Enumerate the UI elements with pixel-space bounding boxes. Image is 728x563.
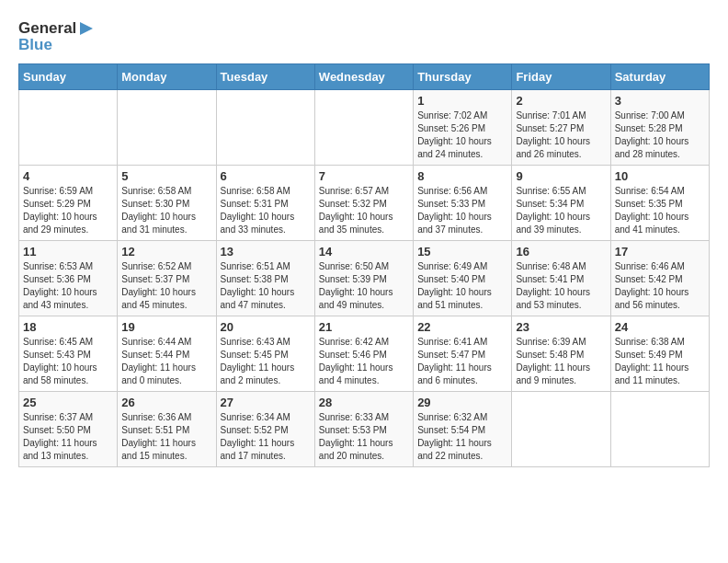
- calendar-cell: 22Sunrise: 6:41 AMSunset: 5:47 PMDayligh…: [414, 316, 512, 391]
- weekday-header-monday: Monday: [118, 63, 216, 89]
- day-number: 4: [23, 169, 113, 183]
- calendar-cell: [19, 89, 118, 165]
- calendar-cell: 13Sunrise: 6:51 AMSunset: 5:38 PMDayligh…: [216, 240, 314, 316]
- calendar-cell: 28Sunrise: 6:33 AMSunset: 5:53 PMDayligh…: [314, 391, 413, 466]
- calendar-cell: 15Sunrise: 6:49 AMSunset: 5:40 PMDayligh…: [414, 240, 512, 316]
- day-number: 7: [319, 169, 409, 183]
- day-number: 10: [615, 169, 705, 183]
- calendar-table: SundayMondayTuesdayWednesdayThursdayFrid…: [18, 63, 710, 467]
- day-detail: Sunrise: 7:01 AMSunset: 5:27 PMDaylight:…: [516, 109, 606, 161]
- weekday-header-tuesday: Tuesday: [216, 63, 314, 89]
- calendar-cell: [314, 89, 413, 165]
- logo-arrow-icon: [78, 18, 98, 39]
- day-detail: Sunrise: 6:51 AMSunset: 5:38 PMDaylight:…: [221, 260, 311, 312]
- calendar-week-row: 18Sunrise: 6:45 AMSunset: 5:43 PMDayligh…: [19, 316, 710, 391]
- day-detail: Sunrise: 6:59 AMSunset: 5:29 PMDaylight:…: [23, 185, 113, 236]
- calendar-cell: [610, 391, 709, 466]
- calendar-cell: 1Sunrise: 7:02 AMSunset: 5:26 PMDaylight…: [414, 89, 512, 165]
- weekday-header-friday: Friday: [512, 63, 610, 89]
- calendar-week-row: 25Sunrise: 6:37 AMSunset: 5:50 PMDayligh…: [19, 391, 710, 466]
- calendar-cell: 14Sunrise: 6:50 AMSunset: 5:39 PMDayligh…: [314, 240, 413, 316]
- weekday-header-wednesday: Wednesday: [314, 63, 413, 89]
- calendar-cell: [216, 89, 314, 165]
- calendar-cell: 3Sunrise: 7:00 AMSunset: 5:28 PMDaylight…: [610, 89, 709, 165]
- calendar-cell: 6Sunrise: 6:58 AMSunset: 5:31 PMDaylight…: [216, 165, 314, 240]
- svg-marker-0: [80, 22, 93, 35]
- day-detail: Sunrise: 6:48 AMSunset: 5:41 PMDaylight:…: [516, 260, 606, 312]
- weekday-header-row: SundayMondayTuesdayWednesdayThursdayFrid…: [19, 63, 710, 89]
- calendar-week-row: 4Sunrise: 6:59 AMSunset: 5:29 PMDaylight…: [19, 165, 710, 240]
- calendar-cell: 4Sunrise: 6:59 AMSunset: 5:29 PMDaylight…: [19, 165, 118, 240]
- day-number: 1: [417, 94, 507, 108]
- day-detail: Sunrise: 6:57 AMSunset: 5:32 PMDaylight:…: [319, 185, 409, 236]
- weekday-header-sunday: Sunday: [19, 63, 118, 89]
- day-detail: Sunrise: 6:41 AMSunset: 5:47 PMDaylight:…: [417, 336, 507, 387]
- logo-general-text: General: [18, 20, 76, 38]
- day-number: 6: [221, 169, 311, 183]
- day-number: 3: [615, 94, 705, 108]
- calendar-cell: 29Sunrise: 6:32 AMSunset: 5:54 PMDayligh…: [414, 391, 512, 466]
- day-number: 14: [319, 245, 409, 259]
- day-detail: Sunrise: 6:34 AMSunset: 5:52 PMDaylight:…: [221, 411, 311, 463]
- day-detail: Sunrise: 6:33 AMSunset: 5:53 PMDaylight:…: [319, 411, 409, 463]
- day-detail: Sunrise: 6:50 AMSunset: 5:39 PMDaylight:…: [319, 260, 409, 312]
- calendar-week-row: 1Sunrise: 7:02 AMSunset: 5:26 PMDaylight…: [19, 89, 710, 165]
- day-number: 12: [121, 245, 211, 259]
- calendar-cell: 18Sunrise: 6:45 AMSunset: 5:43 PMDayligh…: [19, 316, 118, 391]
- day-detail: Sunrise: 6:36 AMSunset: 5:51 PMDaylight:…: [121, 411, 211, 463]
- calendar-week-row: 11Sunrise: 6:53 AMSunset: 5:36 PMDayligh…: [19, 240, 710, 316]
- day-number: 21: [319, 320, 409, 334]
- day-number: 19: [121, 320, 211, 334]
- day-detail: Sunrise: 7:00 AMSunset: 5:28 PMDaylight:…: [615, 109, 705, 161]
- day-number: 15: [417, 245, 507, 259]
- calendar-cell: 8Sunrise: 6:56 AMSunset: 5:33 PMDaylight…: [414, 165, 512, 240]
- day-detail: Sunrise: 6:58 AMSunset: 5:30 PMDaylight:…: [121, 185, 211, 236]
- day-detail: Sunrise: 6:49 AMSunset: 5:40 PMDaylight:…: [417, 260, 507, 312]
- day-detail: Sunrise: 6:52 AMSunset: 5:37 PMDaylight:…: [121, 260, 211, 312]
- day-number: 29: [417, 396, 507, 409]
- calendar-cell: 24Sunrise: 6:38 AMSunset: 5:49 PMDayligh…: [610, 316, 709, 391]
- calendar-cell: 16Sunrise: 6:48 AMSunset: 5:41 PMDayligh…: [512, 240, 610, 316]
- day-number: 5: [121, 169, 211, 183]
- calendar-cell: [118, 89, 216, 165]
- day-detail: Sunrise: 6:39 AMSunset: 5:48 PMDaylight:…: [516, 336, 606, 387]
- day-number: 18: [23, 320, 113, 334]
- calendar-cell: 17Sunrise: 6:46 AMSunset: 5:42 PMDayligh…: [610, 240, 709, 316]
- day-number: 28: [319, 396, 409, 409]
- day-number: 2: [516, 94, 606, 108]
- day-number: 11: [23, 245, 113, 259]
- day-number: 20: [221, 320, 311, 334]
- day-number: 16: [516, 245, 606, 259]
- weekday-header-saturday: Saturday: [610, 63, 709, 89]
- day-detail: Sunrise: 6:46 AMSunset: 5:42 PMDaylight:…: [615, 260, 705, 312]
- day-number: 9: [516, 169, 606, 183]
- day-detail: Sunrise: 6:54 AMSunset: 5:35 PMDaylight:…: [615, 185, 705, 236]
- calendar-cell: 26Sunrise: 6:36 AMSunset: 5:51 PMDayligh…: [118, 391, 216, 466]
- calendar-cell: 23Sunrise: 6:39 AMSunset: 5:48 PMDayligh…: [512, 316, 610, 391]
- day-detail: Sunrise: 6:32 AMSunset: 5:54 PMDaylight:…: [417, 411, 507, 463]
- day-number: 24: [615, 320, 705, 334]
- day-detail: Sunrise: 6:43 AMSunset: 5:45 PMDaylight:…: [221, 336, 311, 387]
- day-detail: Sunrise: 6:42 AMSunset: 5:46 PMDaylight:…: [319, 336, 409, 387]
- day-detail: Sunrise: 6:45 AMSunset: 5:43 PMDaylight:…: [23, 336, 113, 387]
- calendar-cell: 11Sunrise: 6:53 AMSunset: 5:36 PMDayligh…: [19, 240, 118, 316]
- day-number: 26: [121, 396, 211, 409]
- calendar-cell: 27Sunrise: 6:34 AMSunset: 5:52 PMDayligh…: [216, 391, 314, 466]
- day-detail: Sunrise: 6:56 AMSunset: 5:33 PMDaylight:…: [417, 185, 507, 236]
- day-number: 22: [417, 320, 507, 334]
- calendar-cell: 7Sunrise: 6:57 AMSunset: 5:32 PMDaylight…: [314, 165, 413, 240]
- day-detail: Sunrise: 6:38 AMSunset: 5:49 PMDaylight:…: [615, 336, 705, 387]
- day-detail: Sunrise: 6:53 AMSunset: 5:36 PMDaylight:…: [23, 260, 113, 312]
- day-number: 27: [221, 396, 311, 409]
- weekday-header-thursday: Thursday: [414, 63, 512, 89]
- day-detail: Sunrise: 6:44 AMSunset: 5:44 PMDaylight:…: [121, 336, 211, 387]
- day-number: 13: [221, 245, 311, 259]
- day-number: 8: [417, 169, 507, 183]
- day-number: 17: [615, 245, 705, 259]
- calendar-cell: 21Sunrise: 6:42 AMSunset: 5:46 PMDayligh…: [314, 316, 413, 391]
- logo: General Blue: [18, 18, 98, 54]
- day-number: 23: [516, 320, 606, 334]
- day-detail: Sunrise: 6:37 AMSunset: 5:50 PMDaylight:…: [23, 411, 113, 463]
- day-detail: Sunrise: 7:02 AMSunset: 5:26 PMDaylight:…: [417, 109, 507, 161]
- calendar-cell: 20Sunrise: 6:43 AMSunset: 5:45 PMDayligh…: [216, 316, 314, 391]
